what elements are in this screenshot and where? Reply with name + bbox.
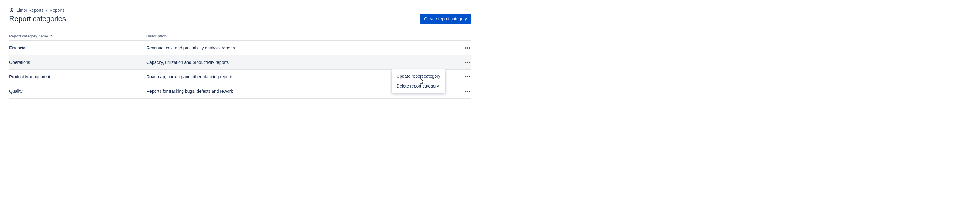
column-header-name[interactable]: Report category name [9, 32, 146, 40]
svg-point-9 [465, 76, 466, 77]
more-actions-icon[interactable] [464, 73, 471, 80]
cell-description: Capacity, utilization and productivity r… [146, 55, 453, 70]
row-actions-dropdown: Update report category Delete report cat… [392, 69, 445, 93]
svg-point-13 [467, 91, 468, 92]
breadcrumb-section-link[interactable]: Reports [49, 8, 65, 13]
svg-point-8 [469, 62, 470, 63]
column-header-actions [453, 32, 471, 40]
delete-report-category-item[interactable]: Delete report category [392, 81, 445, 91]
more-actions-icon[interactable] [464, 59, 471, 66]
breadcrumb: Limbr Reports / Reports [9, 8, 471, 13]
svg-point-6 [465, 62, 466, 63]
more-actions-icon[interactable] [464, 44, 471, 51]
cell-name: Quality [9, 84, 146, 99]
column-header-description[interactable]: Description [146, 32, 453, 40]
more-actions-icon[interactable] [464, 88, 471, 95]
create-report-category-button[interactable]: Create report category [420, 14, 471, 24]
svg-point-10 [467, 76, 468, 77]
svg-point-14 [469, 91, 470, 92]
app-icon [9, 8, 14, 13]
breadcrumb-app-link[interactable]: Limbr Reports [16, 8, 43, 13]
header-row: Report categories Create report category [9, 14, 471, 24]
update-report-category-item[interactable]: Update report category [392, 71, 445, 81]
table-row: Financial Revenue, cost and profitabilit… [9, 40, 471, 55]
page-title: Report categories [9, 14, 66, 23]
cell-name: Product Management [9, 70, 146, 84]
page-container: Limbr Reports / Reports Report categorie… [0, 0, 480, 106]
svg-point-7 [467, 62, 468, 63]
cell-name: Financial [9, 40, 146, 55]
cell-name: Operations [9, 55, 146, 70]
svg-point-3 [465, 47, 466, 48]
column-header-description-label: Description [146, 34, 167, 39]
svg-point-12 [465, 91, 466, 92]
cell-description: Revenue, cost and profitability analysis… [146, 40, 453, 55]
breadcrumb-separator: / [46, 8, 47, 13]
svg-point-5 [469, 47, 470, 48]
svg-point-4 [467, 47, 468, 48]
table-row: Operations Capacity, utilization and pro… [9, 55, 471, 70]
svg-point-11 [469, 76, 470, 77]
sort-icon [50, 35, 52, 38]
column-header-name-label: Report category name [9, 34, 48, 39]
